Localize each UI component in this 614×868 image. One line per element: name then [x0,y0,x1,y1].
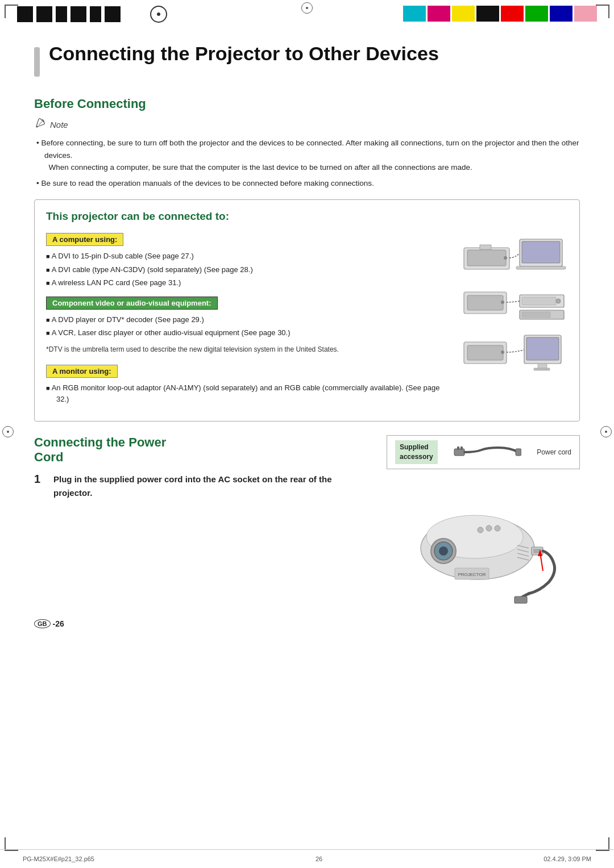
power-cord-img [445,441,530,464]
svg-point-10 [501,301,504,304]
svg-rect-7 [516,266,566,269]
svg-point-35 [439,546,448,556]
color-bar-pink [574,6,597,22]
color-bar-black [476,6,499,22]
power-cord-label: Power cord [537,448,571,456]
reg-box-1 [17,6,33,22]
monitor-bullet-list: An RGB monitor loop-out adaptor (AN-A1MY… [46,382,449,405]
svg-point-0 [36,126,38,128]
av-bullet-2: A VCR, Laser disc player or other audio-… [46,327,449,339]
before-connecting-heading: Before Connecting [34,97,580,111]
reg-marks-left [17,6,167,23]
page-number-row: GB -26 [34,619,580,628]
center-mark-right [600,426,612,437]
computer-bullet-1: A DVI to 15-pin D-sub cable (See page 27… [46,251,449,262]
connection-right [454,231,568,411]
step-text: Plug in the supplied power cord into the… [53,473,370,500]
svg-rect-6 [522,241,560,263]
computer-bullet-list: A DVI to 15-pin D-sub cable (See page 27… [46,251,449,288]
color-bar-green [525,6,548,22]
reg-box-5 [90,6,101,22]
reg-box-4 [70,6,86,22]
power-right: Supplied accessory Power cord [387,435,580,608]
computer-label: A computer using: [46,233,123,246]
title-accent-bar [34,47,40,77]
monitor-illustration [463,331,568,375]
av-label: Component video or audio-visual equipmen… [46,297,218,310]
svg-rect-26 [516,449,521,456]
av-bullet-list: A DVD player or DTV* decoder (See page 2… [46,314,449,339]
svg-rect-23 [454,449,464,456]
connection-box: This projector can be connected to: A co… [34,199,580,422]
laptop-illustration [463,231,568,275]
color-bar-magenta [428,6,450,22]
center-mark-top [301,2,313,14]
computer-bullet-3: A wireless LAN PC card (See page 31.) [46,277,449,289]
connection-left: A computer using: A DVI to 15-pin D-sub … [46,231,449,411]
svg-rect-41 [515,596,527,603]
note-text-2: • Be sure to read the operation manuals … [36,177,580,190]
svg-point-38 [495,525,500,531]
svg-point-36 [478,527,483,533]
connection-inner: A computer using: A DVI to 15-pin D-sub … [46,231,568,411]
power-heading: Connecting the Power Cord [34,435,370,465]
svg-point-3 [504,256,507,260]
note-text-1: • Before connecting, be sure to turn off… [36,137,580,174]
svg-text:PROJECTOR: PROJECTOR [458,572,486,577]
svg-rect-17 [467,345,503,360]
reg-box-2 [36,6,52,22]
projector-illustration: PROJECTOR [387,477,569,608]
power-step-1: 1 Plug in the supplied power cord into t… [34,473,370,500]
center-mark-left [2,426,14,437]
page-title: Connecting the Projector to Other Device… [49,43,439,65]
svg-rect-20 [526,337,559,360]
color-bars [403,6,597,22]
color-bar-blue [550,6,572,22]
footer-right: 02.4.29, 3:09 PM [544,856,591,862]
note-row: Note [34,117,580,132]
monitor-label: A monitor using: [46,365,118,378]
footer-left: PG-M25X#E#p21_32.p65 [23,856,94,862]
note-body: • Before connecting, be sure to turn off… [34,137,580,189]
main-content: Connecting the Projector to Other Device… [0,31,614,640]
reg-box-3 [56,6,67,22]
dtv-note: *DTV is the umbrella term used to descri… [46,344,449,354]
color-bar-red [501,6,524,22]
note-icon [34,117,47,132]
svg-point-18 [501,350,504,354]
svg-rect-21 [538,364,547,368]
svg-rect-22 [534,368,550,370]
svg-rect-25 [460,446,463,450]
color-bar-yellow [452,6,475,22]
svg-rect-2 [467,250,506,266]
accessory-box: Supplied accessory Power cord [387,435,580,469]
gb-badge: GB [34,619,51,628]
power-section: Connecting the Power Cord 1 Plug in the … [34,435,580,608]
dvd-illustration [463,281,568,325]
av-bullet-1: A DVD player or DTV* decoder (See page 2… [46,314,449,326]
color-bar-cyan [403,6,426,22]
accessory-label: Supplied accessory [395,440,438,464]
step-number: 1 [34,473,48,486]
svg-rect-4 [480,245,491,249]
connection-box-title: This projector can be connected to: [46,210,568,223]
power-left: Connecting the Power Cord 1 Plug in the … [34,435,370,500]
monitor-bullet-1: An RGB monitor loop-out adaptor (AN-A1MY… [46,382,449,405]
reg-box-6 [105,6,121,22]
note-label: Note [50,120,68,130]
svg-rect-24 [457,446,459,450]
reg-circle-top [150,6,167,23]
page-number: -26 [53,619,64,628]
bottom-bar: PG-M25X#E#p21_32.p65 26 02.4.29, 3:09 PM [0,849,614,868]
computer-bullet-2: A DVI cable (type AN-C3DV) (sold separat… [46,264,449,276]
page-title-row: Connecting the Projector to Other Device… [34,43,580,81]
footer-center: 26 [316,856,322,862]
svg-point-37 [486,525,492,531]
svg-rect-15 [522,312,550,318]
svg-point-13 [556,299,561,303]
svg-rect-12 [522,297,556,305]
svg-rect-9 [467,295,503,310]
